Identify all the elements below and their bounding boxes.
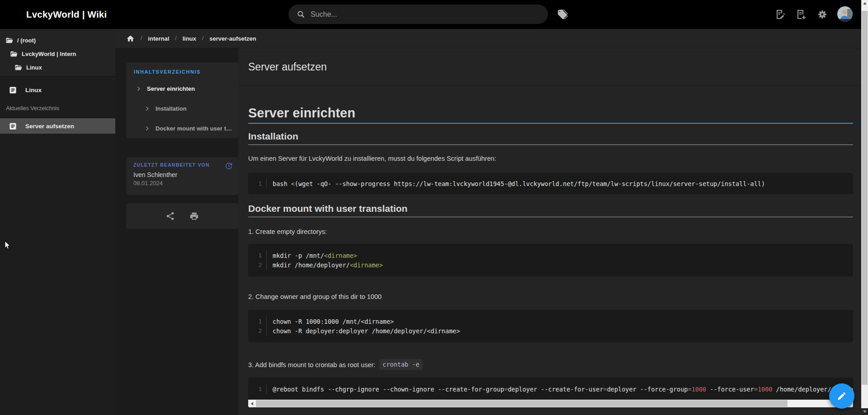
folder-open-icon [5,37,13,44]
code-horizontal-scrollbar[interactable] [248,400,853,407]
printer-icon [189,211,199,221]
line-number-divider [266,251,267,260]
code-line: 1@reboot bindfs --chgrp-ignore --chown-i… [248,384,853,394]
admin-settings-button[interactable] [816,9,828,20]
line-number: 1 [248,386,262,392]
code-block-mkdir[interactable]: 1mkdir -p /mnt/<dirname>2mkdir /home/dep… [248,244,853,276]
document-plus-icon [796,9,807,20]
toc-item[interactable]: Server einrichten [126,79,238,98]
search-input[interactable] [311,10,548,19]
scroll-down-button[interactable] [861,408,868,415]
article-body: Server einrichten Installation Um einen … [238,86,861,407]
share-icon [165,211,175,221]
sidebar-item-server-aufsetzen[interactable]: Server aufsetzen [0,118,115,134]
code-block-bindfs[interactable]: 1@reboot bindfs --chgrp-ignore --chown-i… [248,378,853,407]
breadcrumb-separator: / [202,35,203,42]
code-block-install[interactable]: 1bash <(wget -qO- --show-progress https:… [248,173,853,194]
line-number: 1 [248,318,262,325]
sidebar-tree-item[interactable]: LvckyWorld | Intern [0,47,115,61]
line-number: 1 [248,252,262,259]
horizontal-scrollbar-track[interactable] [256,400,853,407]
app-logo[interactable]: LvckyWorld | Wiki [26,0,107,29]
toc-item-label: Server einrichten [147,85,195,92]
paragraph-step-3: 3. Add bindfs mount to crontab as root u… [248,359,853,370]
toc-item-label: Installation [156,105,187,112]
heading-docker-mount: Docker mount with user translation [248,203,853,217]
code-text: chown -R deployer:deployer /home/deploye… [273,327,460,335]
main-area: /internal/linux/server-aufsetzen INHALTS… [115,29,861,415]
document-edit-icon [774,9,785,20]
line-number: 1 [248,180,262,187]
sidebar-tree-item[interactable]: / (root) [0,33,115,47]
article: Server aufsetzen Server einrichten Insta… [238,48,861,415]
share-button[interactable] [165,210,176,222]
line-number-divider [266,179,267,188]
line-number: 2 [248,327,262,334]
paragraph-step-2: 2. Change owner and group of this dir to… [248,292,853,301]
line-number-divider [266,384,267,394]
home-icon[interactable] [126,34,135,43]
sidebar-tree-item[interactable]: Linux [0,61,115,74]
arrow-up-icon [863,2,867,5]
search-icon [297,10,306,19]
pencil-icon [837,391,847,401]
edit-fab-button[interactable] [829,383,854,409]
page-icon [9,86,17,94]
gear-icon [817,9,828,20]
scroll-left-button[interactable] [248,400,256,407]
vertical-scrollbar[interactable] [861,0,868,415]
arrow-left-icon [251,402,253,406]
line-number-divider [266,260,267,270]
last-edited-card: ZULETZT BEARBEITET VON Iven Schlenther 0… [126,157,238,195]
last-edited-date: 08.01.2024 [133,180,231,187]
toc-item-label: Docker mount with user t… [156,125,232,132]
page-side-column: INHALTSVERZEICHNIS Server einrichtenInst… [115,48,238,415]
sidebar-pages: Linux Aktuelles Verzeichnis Server aufse… [0,77,115,134]
code-line: 1mkdir -p /mnt/<dirname> [248,251,853,260]
tree-item-label: LvckyWorld | Intern [22,51,76,57]
horizontal-scrollbar-thumb[interactable] [256,400,788,407]
folder-open-icon [10,50,18,58]
code-line: 2chown -R deployer:deployer /home/deploy… [248,326,853,336]
search-bar[interactable] [288,5,548,24]
breadcrumb-item[interactable]: server-aufsetzen [209,35,256,42]
breadcrumb-item[interactable]: linux [183,35,196,42]
toc-item[interactable]: Installation [126,98,238,118]
breadcrumb: /internal/linux/server-aufsetzen [115,29,861,48]
code-line: 1bash <(wget -qO- --show-progress https:… [248,179,853,188]
line-number: 2 [248,261,262,268]
user-avatar[interactable] [837,6,853,22]
last-edited-label: ZULETZT BEARBEITET VON [133,162,231,168]
code-line: 2mkdir /home/deployer/<dirname> [248,260,853,270]
page-title: Server aufsetzen [248,61,327,73]
print-button[interactable] [189,210,200,222]
page-icon [9,122,17,131]
toc-label: INHALTSVERZEICHNIS [126,62,238,75]
code-text: mkdir -p /mnt/<dirname> [273,252,357,259]
scroll-up-button[interactable] [861,0,868,7]
last-edited-author: Iven Schlenther [133,171,231,178]
sidebar-section-label: Aktuelles Verzeichnis [0,103,115,114]
table-of-contents-card: INHALTSVERZEICHNIS Server einrichtenInst… [126,62,238,138]
avatar-photo [837,6,853,22]
page-actions-card [126,203,238,229]
toc-item[interactable]: Docker mount with user t… [126,118,238,138]
chevron-right-icon [144,106,150,112]
new-page-button[interactable] [795,9,807,20]
vertical-scrollbar-thumb[interactable] [862,11,868,385]
edit-page-button[interactable] [774,9,786,20]
browse-tags-button[interactable] [557,9,568,20]
paragraph-step-3-text: 3. Add bindfs mount to crontab as root u… [248,361,375,368]
sidebar-folder-tree: / (root)LvckyWorld | InternLinux [0,29,115,77]
arrow-down-icon [863,410,867,413]
sidebar-item-label: Linux [25,87,42,93]
code-block-chown[interactable]: 1chown -R 1000:1000 /mnt/<dirname>2chown… [248,310,853,342]
code-line: 1chown -R 1000:1000 /mnt/<dirname> [248,317,853,326]
paragraph-step-1: 1. Create empty directorys: [248,227,853,236]
breadcrumb-item[interactable]: internal [148,35,169,42]
history-icon[interactable] [224,162,233,170]
sidebar-item-linux[interactable]: Linux [0,82,115,98]
code-text: @reboot bindfs --chgrp-ignore --chown-ig… [273,386,853,393]
code-text: chown -R 1000:1000 /mnt/<dirname> [273,318,394,325]
code-text: mkdir /home/deployer/<dirname> [273,261,383,269]
